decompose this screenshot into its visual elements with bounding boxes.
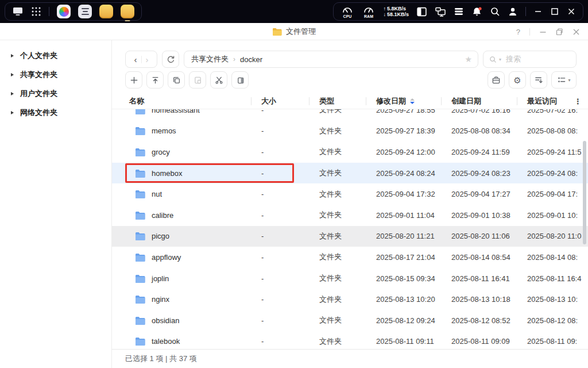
- file-row[interactable]: joplin - 文件夹 2025-08-15 09:34 2025-08-11…: [112, 268, 588, 289]
- file-type: 文件夹: [309, 336, 366, 347]
- file-type: 文件夹: [309, 294, 366, 305]
- back-button[interactable]: ‹: [134, 55, 137, 64]
- file-name-cell: appflowy: [125, 253, 251, 262]
- search-icon: [489, 56, 497, 63]
- settings-gear-button[interactable]: ⚙: [509, 71, 526, 89]
- button-separator: [141, 56, 142, 63]
- file-type: 文件夹: [309, 109, 366, 115]
- file-modified-date: 2025-08-11 09:11: [366, 337, 441, 346]
- file-row[interactable]: talebook - 文件夹 2025-08-11 09:11 2025-08-…: [112, 331, 588, 349]
- screen-cast-icon[interactable]: [435, 6, 446, 17]
- file-row[interactable]: nut - 文件夹 2025-09-04 17:32 2025-09-04 17…: [112, 183, 588, 205]
- sidebar-item-shared-folders[interactable]: 共享文件夹: [0, 65, 111, 84]
- taskbar-separator: [525, 7, 526, 16]
- folder-icon: [135, 232, 145, 240]
- desktop-close-icon[interactable]: [567, 7, 576, 16]
- file-accessed-date: 2025-08-08 08:: [517, 126, 588, 135]
- view-mode-button[interactable]: ▾: [551, 71, 577, 89]
- duplicate-button[interactable]: [231, 71, 249, 89]
- file-name-cell: calibre: [125, 211, 251, 220]
- sidebar-item-personal-folders[interactable]: 个人文件夹: [0, 46, 111, 65]
- file-accessed-date: 2025-08-13 10:: [517, 295, 588, 304]
- column-options-icon[interactable]: ⋮: [574, 97, 582, 105]
- file-created-date: 2025-08-12 08:52: [441, 316, 517, 325]
- file-manager-app-icon[interactable]: [99, 5, 113, 18]
- sidebar-item-network-folders[interactable]: 网络文件夹: [0, 103, 111, 122]
- sidebar-item-label: 共享文件夹: [20, 70, 57, 80]
- file-row[interactable]: memos - 文件夹 2025-09-27 18:39 2025-08-08 …: [112, 121, 588, 142]
- file-row[interactable]: picgo - 文件夹 2025-08-20 11:21 2025-08-20 …: [112, 226, 588, 247]
- window-close-icon[interactable]: [572, 28, 580, 36]
- upload-button[interactable]: [146, 71, 164, 89]
- expand-caret-icon[interactable]: [11, 73, 14, 76]
- file-accessed-date: 2025-08-20 11:0: [517, 232, 588, 240]
- toolbox-button[interactable]: [488, 71, 505, 89]
- cut-button[interactable]: [210, 71, 227, 89]
- sidebar-item-user-folders[interactable]: 用户文件夹: [0, 84, 111, 103]
- window-titlebar[interactable]: 文件管理 ?: [0, 23, 588, 40]
- search-placeholder: 搜索: [506, 54, 521, 64]
- file-type: 文件夹: [309, 315, 366, 325]
- search-scope-caret-icon[interactable]: ▾: [499, 57, 501, 62]
- app-store-icon[interactable]: [57, 5, 71, 18]
- breadcrumb-current[interactable]: docker: [240, 55, 262, 64]
- copy-button[interactable]: [168, 71, 185, 89]
- file-row[interactable]: obsidian - 文件夹 2025-08-12 09:24 2025-08-…: [112, 310, 588, 331]
- toolbar-spacer: [253, 71, 483, 89]
- file-modified-date: 2025-09-27 18:55: [366, 109, 441, 114]
- folder-icon: [135, 190, 145, 198]
- expand-caret-icon[interactable]: [11, 54, 14, 57]
- sidebar-panel-icon[interactable]: [416, 6, 427, 17]
- column-header-size[interactable]: 大小: [251, 96, 309, 106]
- file-name-cell: talebook: [125, 337, 251, 346]
- column-header-type[interactable]: 类型: [309, 96, 366, 106]
- file-name-cell: homeassistant: [125, 109, 251, 114]
- desktop-minimize-icon[interactable]: [533, 7, 543, 16]
- ram-monitor-icon[interactable]: RAM: [362, 4, 376, 19]
- file-size: -: [251, 253, 309, 262]
- network-speed-indicator[interactable]: ↑5.8KB/s ↓58.1KB/s: [383, 6, 409, 17]
- file-row[interactable]: homebox - 文件夹 2025-09-24 08:24 2025-09-2…: [112, 163, 588, 184]
- expand-caret-icon[interactable]: [11, 111, 14, 114]
- app-launcher-icon[interactable]: [31, 6, 41, 17]
- search-input[interactable]: ▾ 搜索: [483, 51, 577, 68]
- vertical-scrollbar-thumb[interactable]: [583, 141, 586, 244]
- cpu-monitor-icon[interactable]: CPU: [341, 4, 354, 19]
- file-created-date: 2025-08-08 08:34: [441, 126, 517, 135]
- file-accessed-date: 2025-08-14 08:: [517, 253, 588, 262]
- sort-button[interactable]: [530, 71, 547, 89]
- window-restore-icon[interactable]: [556, 28, 563, 36]
- file-type: 文件夹: [309, 126, 366, 136]
- file-manager-app-icon-active[interactable]: [121, 5, 134, 18]
- breadcrumb-root[interactable]: 共享文件夹: [191, 54, 229, 64]
- breadcrumb[interactable]: 共享文件夹 › docker ★: [184, 51, 478, 68]
- column-header-created[interactable]: 创建日期: [441, 96, 517, 106]
- help-button[interactable]: ?: [516, 28, 520, 36]
- file-row[interactable]: homeassistant - 文件夹 2025-09-27 18:55 202…: [112, 109, 588, 121]
- new-item-button[interactable]: [125, 71, 142, 89]
- sort-indicator-icon: [410, 98, 415, 104]
- settings-app-icon[interactable]: [78, 5, 92, 18]
- file-row[interactable]: appflowy - 文件夹 2025-08-17 21:04 2025-08-…: [112, 247, 588, 268]
- expand-caret-icon[interactable]: [11, 92, 14, 95]
- paste-button-disabled[interactable]: [189, 71, 206, 89]
- search-icon[interactable]: [490, 6, 500, 17]
- file-browser-main: ‹ › 共享文件夹 › docker ★ ▾ 搜索: [112, 40, 588, 368]
- favorite-star-icon[interactable]: ★: [465, 55, 472, 64]
- column-header-name[interactable]: 名称: [125, 96, 251, 106]
- file-name-cell: joplin: [125, 274, 251, 283]
- file-row[interactable]: grocy - 文件夹 2025-09-24 12:00 2025-09-24 …: [112, 141, 588, 163]
- window-minimize-icon[interactable]: [539, 28, 547, 36]
- user-account-icon[interactable]: [508, 6, 518, 17]
- notification-bell-icon[interactable]: [471, 6, 482, 17]
- show-desktop-icon[interactable]: [12, 6, 24, 17]
- column-header-modified[interactable]: 修改日期: [366, 96, 441, 106]
- refresh-button[interactable]: [162, 51, 179, 68]
- file-name-cell: homebox: [125, 169, 251, 178]
- file-row[interactable]: calibre - 文件夹 2025-09-01 11:04 2025-09-0…: [112, 205, 588, 226]
- taskbar-separator: [49, 7, 49, 16]
- forward-button[interactable]: ›: [146, 55, 149, 64]
- file-row[interactable]: nginx - 文件夹 2025-08-13 10:20 2025-08-13 …: [112, 289, 588, 310]
- desktop-maximize-icon[interactable]: [550, 7, 559, 16]
- server-stack-icon[interactable]: [454, 6, 464, 17]
